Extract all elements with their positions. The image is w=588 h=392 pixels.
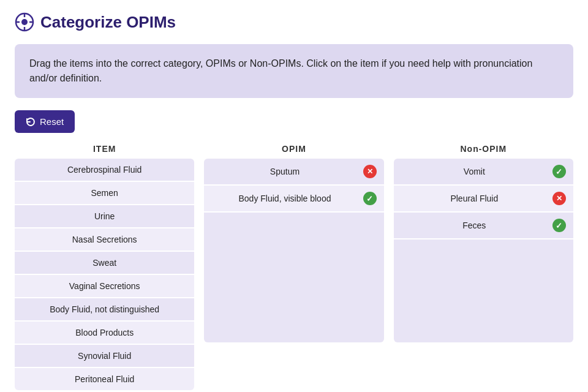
non-opim-column-header: Non-OPIM [394,144,573,154]
opim-column: OPIM SputumBody Fluid, visible blood [204,144,383,342]
item-column-body: Cerebrospinal FluidSemenUrineNasal Secre… [15,159,194,390]
non-opim-drop-zone [394,239,573,342]
non-opim-item-label: Feces [401,221,548,230]
instruction-text: Drag the items into the correct category… [29,58,532,83]
correct-icon [363,192,377,205]
non-opim-column: Non-OPIM VomitPleural FluidFeces [394,144,573,342]
instruction-box: Drag the items into the correct category… [15,44,573,98]
correct-icon [552,165,566,178]
non-opim-item-row[interactable]: Vomit [394,159,573,184]
item-row[interactable]: Semen [15,182,194,204]
reset-icon [26,117,36,127]
correct-icon [552,219,566,232]
non-opim-item-row[interactable]: Feces [394,213,573,238]
non-opim-item-label: Vomit [401,167,548,176]
opim-item-row[interactable]: Sputum [204,159,383,184]
item-row[interactable]: Sweat [15,252,194,274]
reset-button[interactable]: Reset [15,110,75,133]
item-row[interactable]: Cerebrospinal Fluid [15,159,194,181]
reset-label: Reset [40,116,64,127]
opim-item-label: Body Fluid, visible blood [211,194,358,203]
app-container: Categorize OPIMs Drag the items into the… [0,0,588,392]
opim-item-row[interactable]: Body Fluid, visible blood [204,186,383,211]
item-row[interactable]: Peritoneal Fluid [15,368,194,390]
item-row[interactable]: Vaginal Secretions [15,275,194,297]
opim-item-label: Sputum [211,167,358,176]
item-column: ITEM Cerebrospinal FluidSemenUrineNasal … [15,144,194,390]
item-row[interactable]: Synovial Fluid [15,345,194,367]
page-title: Categorize OPIMs [15,12,573,32]
opim-column-body: SputumBody Fluid, visible blood [204,159,383,342]
item-column-header: ITEM [15,144,194,154]
opim-column-header: OPIM [204,144,383,154]
item-row[interactable]: Urine [15,205,194,227]
wrong-icon [552,192,566,205]
non-opim-item-label: Pleural Fluid [401,194,548,203]
item-row[interactable]: Body Fluid, not distinguished [15,298,194,320]
non-opim-column-body: VomitPleural FluidFeces [394,159,573,342]
svg-point-1 [21,19,28,25]
item-row[interactable]: Nasal Secretions [15,228,194,251]
non-opim-item-row[interactable]: Pleural Fluid [394,186,573,211]
opim-drop-zone [204,213,383,342]
columns-container: ITEM Cerebrospinal FluidSemenUrineNasal … [15,144,573,390]
wrong-icon [363,165,377,178]
categorize-icon [15,12,34,32]
item-row[interactable]: Blood Products [15,322,194,344]
page-title-text: Categorize OPIMs [40,13,176,32]
